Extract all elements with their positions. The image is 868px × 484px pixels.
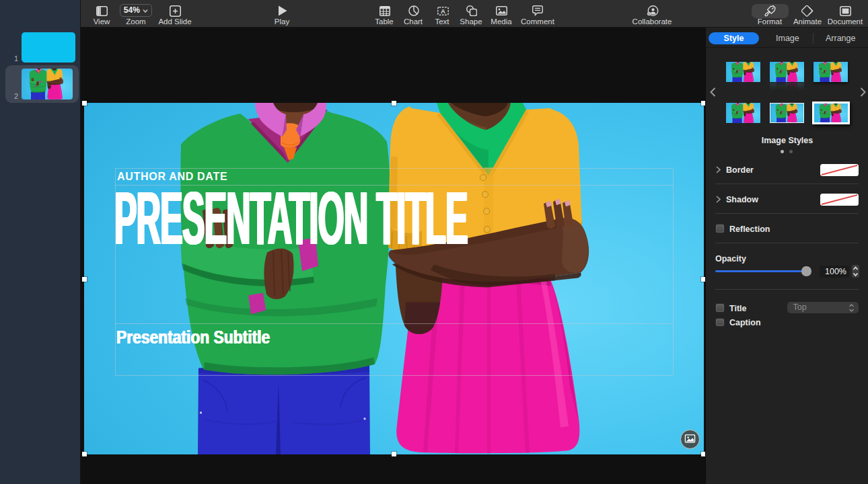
svg-text:A: A (441, 7, 445, 15)
